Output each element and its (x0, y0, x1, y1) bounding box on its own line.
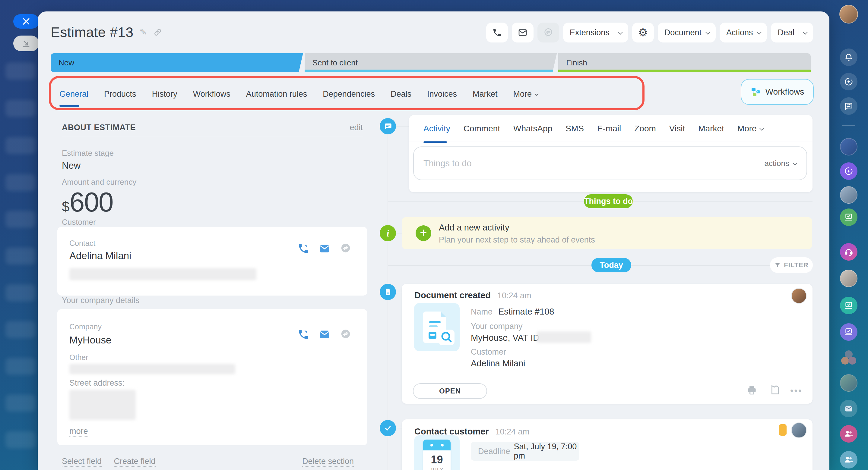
tab-comment[interactable]: Comment (464, 124, 500, 133)
messenger-button[interactable] (840, 97, 858, 115)
tab-sms[interactable]: SMS (565, 124, 584, 133)
contact-avatar[interactable] (840, 374, 858, 392)
amount-value[interactable]: $ 600 (62, 187, 113, 218)
add-activity-title[interactable]: Add a new activity (439, 223, 509, 233)
workflows-icon (750, 87, 761, 97)
chevron-down-icon (618, 30, 623, 35)
deal-label: Deal (777, 28, 795, 37)
support-headset-button[interactable] (840, 243, 858, 261)
your-company-value: MyHouse, VAT ID (471, 333, 539, 343)
company-card[interactable]: Company MyHouse Other Street address: mo… (57, 309, 367, 445)
chat-contact-icon[interactable] (340, 242, 352, 255)
filter-button[interactable]: FILTER (770, 257, 813, 273)
call-button[interactable] (486, 23, 508, 42)
contact-avatar[interactable] (840, 138, 858, 156)
email-button[interactable] (512, 23, 533, 42)
tab-more[interactable]: More (513, 90, 538, 99)
close-slider-button[interactable] (13, 14, 39, 29)
todo-composer[interactable]: actions (413, 146, 807, 180)
tab-market-stream[interactable]: Market (698, 124, 724, 133)
blurred-menu-item (5, 358, 36, 375)
more-options-icon[interactable]: ••• (790, 385, 803, 396)
assistant-avatar[interactable] (840, 270, 858, 287)
document-menu-button[interactable]: Document (658, 23, 716, 42)
people-pink-button[interactable] (840, 425, 858, 443)
tasks-green-button[interactable] (840, 208, 858, 226)
chat-company-icon[interactable] (340, 328, 352, 340)
create-field-link[interactable]: Create field (114, 457, 156, 467)
plus-icon[interactable]: + (415, 225, 431, 241)
settings-button[interactable]: ⚙ (632, 23, 654, 42)
tab-whatsapp[interactable]: WhatsApp (513, 124, 552, 133)
blurred-menu-item (5, 321, 36, 338)
laptop-check-icon (844, 301, 854, 310)
stage-field-value[interactable]: New (62, 160, 81, 171)
company-name[interactable]: MyHouse (69, 334, 111, 346)
tab-invoices[interactable]: Invoices (427, 90, 457, 99)
document-preview-tile[interactable] (414, 303, 460, 351)
calendar-tile: 19 JULY (414, 435, 460, 470)
deal-menu-button[interactable]: Deal (771, 23, 813, 42)
event-author-avatar[interactable] (791, 288, 807, 304)
right-sidebar (829, 0, 868, 470)
minimize-slider-button[interactable] (13, 36, 39, 51)
mail-icon (844, 404, 853, 413)
tab-visit[interactable]: Visit (669, 124, 685, 133)
timeline-line (388, 133, 388, 470)
redacted-contact-details (69, 268, 256, 280)
tasks-purple-button[interactable] (840, 323, 858, 341)
workflows-button[interactable]: Workflows (741, 79, 814, 105)
chevron-down-icon (535, 92, 539, 96)
copilot-button[interactable] (840, 73, 858, 90)
contact-avatar[interactable] (840, 186, 858, 204)
chevron-down-icon (706, 30, 710, 35)
tab-more-stream[interactable]: More (737, 124, 763, 133)
blurred-menu-item (5, 431, 36, 448)
event-assignee-avatar[interactable] (791, 423, 807, 438)
email-company-icon[interactable] (318, 328, 331, 340)
actions-menu-button[interactable]: Actions (720, 23, 767, 42)
more-link[interactable]: more (69, 427, 88, 437)
note-icon[interactable] (770, 384, 780, 395)
add-activity-banner[interactable]: + Add a new activity Plan your next step… (402, 217, 812, 249)
tab-zoom[interactable]: Zoom (634, 124, 656, 133)
tab-email[interactable]: E-mail (597, 124, 621, 133)
email-contact-icon[interactable] (318, 242, 331, 255)
composer-actions-dropdown[interactable]: actions (765, 147, 796, 179)
section-title: ABOUT ESTIMATE (62, 123, 136, 132)
call-contact-icon[interactable] (298, 242, 309, 255)
timeline-document-node (380, 284, 396, 300)
copilot-purple-button[interactable] (840, 162, 858, 180)
contact-card[interactable]: Contact Adelina Milani (57, 227, 367, 296)
todo-input[interactable] (424, 147, 695, 179)
tab-deals[interactable]: Deals (391, 90, 411, 99)
timeline-info-node: i (380, 225, 396, 241)
stage-finish[interactable]: Finish (558, 53, 811, 72)
priority-flag (779, 424, 786, 436)
extensions-menu-button[interactable]: Extensions (563, 23, 628, 42)
user-avatar[interactable] (839, 5, 858, 24)
about-section: ABOUT ESTIMATE edit Estimate stage New A… (57, 11, 367, 470)
tasks-teal-button[interactable] (840, 297, 858, 314)
copilot-icon (844, 166, 854, 176)
chevron-down-icon (793, 161, 798, 165)
notifications-button[interactable] (840, 48, 858, 66)
document-created-card: Document created 10:24 am Name Estimate … (402, 284, 812, 404)
your-company-label: Your company (471, 322, 523, 331)
contact-customer-card: Contact customer 10:24 am 19 JULY Deadli… (402, 419, 812, 470)
delete-section-link[interactable]: Delete section (302, 457, 354, 467)
open-document-button[interactable]: OPEN (413, 383, 487, 399)
section-divider (62, 137, 363, 137)
tab-market[interactable]: Market (473, 90, 498, 99)
group-chat-avatar[interactable] (840, 349, 858, 367)
select-field-link[interactable]: Select field (62, 457, 102, 467)
blurred-menu-item (5, 395, 36, 411)
print-icon[interactable] (746, 384, 757, 396)
tab-activity[interactable]: Activity (424, 124, 450, 133)
edit-section-link[interactable]: edit (349, 123, 363, 132)
minimize-icon (22, 39, 31, 48)
people-blue-button[interactable] (840, 451, 858, 469)
activity-stream-card: Activity Comment WhatsApp SMS E-mail Zoo… (409, 115, 812, 192)
mail-channel-button[interactable] (840, 400, 858, 417)
call-company-icon[interactable] (298, 328, 309, 340)
